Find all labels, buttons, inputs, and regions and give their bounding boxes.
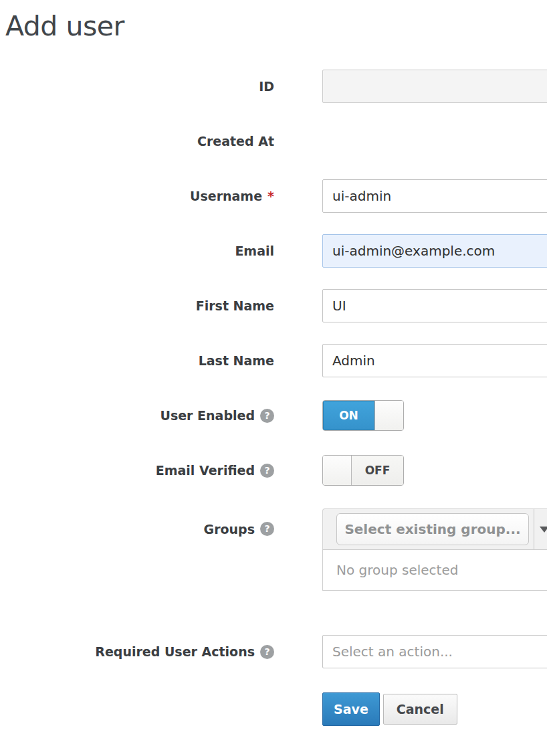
id-field [322,70,547,103]
first-name-field[interactable] [322,289,547,322]
toggle-off-segment: OFF [351,456,403,485]
email-verified-label: Email Verified [156,463,255,478]
select-existing-group-button[interactable]: Select existing group... [336,513,529,545]
email-field[interactable] [322,234,547,268]
groups-label: Groups [204,522,255,537]
last-name-label: Last Name [199,353,274,368]
email-verified-toggle[interactable]: OFF [322,455,404,486]
username-label: Username [190,189,262,203]
form-row-groups: Groups ? Select existing group... No gro… [0,508,547,591]
form-row-username: Username * [0,179,547,213]
form-row-id: ID [0,70,547,103]
form-row-first-name: First Name [0,289,547,322]
form-row-last-name: Last Name [0,344,547,377]
toggle-handle [374,401,403,430]
chevron-down-icon [540,527,547,533]
cancel-button[interactable]: Cancel [383,694,457,725]
group-select: Select existing group... [322,508,547,549]
help-icon[interactable]: ? [260,645,274,659]
last-name-field[interactable] [322,344,547,377]
user-enabled-label: User Enabled [160,408,255,423]
required-asterisk: * [267,189,274,203]
first-name-label: First Name [196,298,274,313]
email-label: Email [235,244,274,258]
user-enabled-toggle[interactable]: ON [322,400,404,431]
group-select-dropdown-button[interactable] [534,509,547,549]
created-at-label: Created At [197,134,274,149]
toggle-handle [323,456,351,485]
add-user-form: ID Created At Username * [0,70,547,726]
username-field[interactable] [322,179,547,213]
help-icon[interactable]: ? [260,464,274,478]
form-row-required-user-actions: Required User Actions ? [0,635,547,668]
required-user-actions-label: Required User Actions [95,644,255,659]
form-row-user-enabled: User Enabled ? ON [0,399,547,432]
page-title: Add user [5,8,547,44]
group-selected-list: No group selected [322,549,547,591]
form-actions: Save Cancel [322,692,547,726]
add-user-page: Add user ID Created At Username * [0,0,547,726]
save-button[interactable]: Save [322,692,380,726]
form-row-email: Email [0,234,547,268]
help-icon[interactable]: ? [260,522,274,536]
id-label: ID [259,79,274,94]
required-user-actions-field[interactable] [322,635,547,668]
form-row-created-at: Created At [0,124,547,158]
help-icon[interactable]: ? [260,409,274,423]
toggle-on-segment: ON [323,401,374,430]
form-row-email-verified: Email Verified ? OFF [0,454,547,487]
